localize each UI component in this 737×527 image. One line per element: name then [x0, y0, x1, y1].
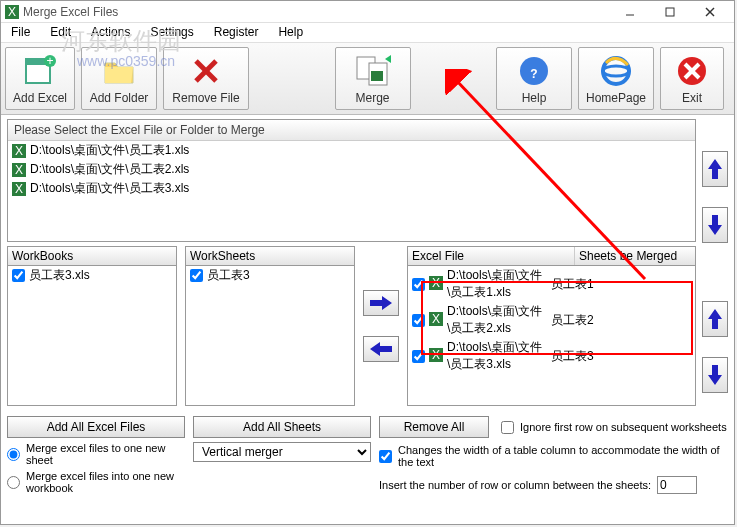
svg-text:X: X — [15, 163, 23, 177]
add-all-sheets-button[interactable]: Add All Sheets — [193, 416, 371, 438]
merge-row-checkbox[interactable] — [412, 350, 425, 363]
merge-list[interactable]: XD:\tools\桌面\文件\员工表1.xls 员工表1 XD:\tools\… — [407, 266, 696, 406]
workbooks-list[interactable]: 员工表3.xls — [7, 266, 177, 406]
add-to-merge-button[interactable] — [363, 290, 399, 316]
merge-row[interactable]: XD:\tools\桌面\文件\员工表1.xls 员工表1 — [408, 266, 695, 302]
worksheet-name: 员工表3 — [207, 267, 250, 284]
svg-text:X: X — [432, 276, 440, 290]
close-button[interactable] — [690, 1, 730, 23]
workbooks-header: WorkBooks — [7, 246, 177, 266]
ignore-first-row-label: Ignore first row on subsequent worksheet… — [520, 421, 727, 433]
svg-text:X: X — [15, 144, 23, 158]
row-insert-label: Insert the number of row or column betwe… — [379, 479, 651, 491]
excel-file-icon: X — [429, 312, 443, 329]
merge-file-path: D:\tools\桌面\文件\员工表1.xls — [447, 267, 547, 301]
remove-file-button[interactable]: Remove File — [163, 47, 249, 110]
worksheet-item[interactable]: 员工表3 — [186, 266, 354, 285]
file-row[interactable]: X D:\tools\桌面\文件\员工表2.xls — [8, 160, 695, 179]
svg-text:?: ? — [530, 67, 537, 81]
svg-rect-14 — [371, 71, 383, 81]
exit-button[interactable]: Exit — [660, 47, 724, 110]
excel-file-header: Excel File — [408, 247, 575, 265]
file-path: D:\tools\桌面\文件\员工表1.xls — [30, 142, 189, 159]
menu-actions[interactable]: Actions — [81, 23, 140, 42]
folder-icon — [101, 53, 137, 89]
change-width-checkbox[interactable] — [379, 450, 392, 463]
exit-label: Exit — [682, 91, 702, 105]
merge-sheet-name: 员工表2 — [551, 312, 691, 329]
maximize-button[interactable] — [650, 1, 690, 23]
workbook-checkbox[interactable] — [12, 269, 25, 282]
merge-sheet-name: 员工表3 — [551, 348, 691, 365]
ignore-first-row-row[interactable]: Ignore first row on subsequent worksheet… — [501, 421, 727, 434]
window-title: Merge Excel Files — [23, 5, 610, 19]
add-excel-label: Add Excel — [13, 91, 67, 105]
exit-icon — [674, 53, 710, 89]
add-all-excel-button[interactable]: Add All Excel Files — [7, 416, 185, 438]
worksheet-checkbox[interactable] — [190, 269, 203, 282]
add-excel-button[interactable]: + Add Excel — [5, 47, 75, 110]
file-list[interactable]: X D:\tools\桌面\文件\员工表1.xls X D:\tools\桌面\… — [8, 141, 695, 241]
excel-file-icon: X — [12, 182, 26, 196]
minimize-button[interactable] — [610, 1, 650, 23]
menu-file[interactable]: File — [1, 23, 40, 42]
file-path: D:\tools\桌面\文件\员工表2.xls — [30, 161, 189, 178]
excel-file-icon: X — [429, 276, 443, 293]
merge-row-checkbox[interactable] — [412, 314, 425, 327]
merge-one-workbook-radio[interactable] — [7, 476, 20, 489]
svg-text:X: X — [432, 312, 440, 326]
svg-text:X: X — [8, 5, 16, 19]
homepage-button[interactable]: HomePage — [578, 47, 654, 110]
merge-row-checkbox[interactable] — [412, 278, 425, 291]
file-section-label: Please Select the Excel File or Folder t… — [8, 120, 695, 141]
add-folder-label: Add Folder — [90, 91, 149, 105]
menu-settings[interactable]: Settings — [140, 23, 203, 42]
menu-edit[interactable]: Edit — [40, 23, 81, 42]
merge-panel: Excel File Sheets be Merged XD:\tools\桌面… — [407, 246, 696, 406]
move-merge-up-button[interactable] — [702, 301, 728, 337]
ignore-first-row-checkbox[interactable] — [501, 421, 514, 434]
workbook-item[interactable]: 员工表3.xls — [8, 266, 176, 285]
merge-sheet-name: 员工表1 — [551, 276, 691, 293]
workbooks-panel: WorkBooks 员工表3.xls — [7, 246, 177, 406]
toolbar: + Add Excel Add Folder Remove File Merge… — [1, 43, 734, 115]
excel-file-icon: X — [12, 163, 26, 177]
menubar: File Edit Actions Settings Register Help — [1, 23, 734, 43]
remove-x-icon — [188, 53, 224, 89]
file-row[interactable]: X D:\tools\桌面\文件\员工表3.xls — [8, 179, 695, 198]
move-file-up-button[interactable] — [702, 151, 728, 187]
help-icon: ? — [516, 53, 552, 89]
svg-rect-3 — [666, 8, 674, 16]
row-insert-input[interactable] — [657, 476, 697, 494]
merge-direction-select[interactable]: Vertical merger — [193, 442, 371, 462]
merge-button[interactable]: Merge — [335, 47, 411, 110]
move-merge-down-button[interactable] — [702, 357, 728, 393]
menu-register[interactable]: Register — [204, 23, 269, 42]
svg-text:+: + — [46, 54, 53, 68]
merge-one-sheet-radio-row[interactable]: Merge excel files to one new sheet — [7, 442, 185, 466]
add-folder-button[interactable]: Add Folder — [81, 47, 157, 110]
merge-row[interactable]: XD:\tools\桌面\文件\员工表2.xls 员工表2 — [408, 302, 695, 338]
change-width-row[interactable]: Changes the width of a table column to a… — [379, 444, 728, 468]
merge-one-workbook-radio-row[interactable]: Merge excel files into one new workbook — [7, 470, 185, 494]
worksheets-list[interactable]: 员工表3 — [185, 266, 355, 406]
merge-one-sheet-radio[interactable] — [7, 448, 20, 461]
help-button[interactable]: ? Help — [496, 47, 572, 110]
excel-file-icon: X — [429, 348, 443, 365]
file-row[interactable]: X D:\tools\桌面\文件\员工表1.xls — [8, 141, 695, 160]
homepage-label: HomePage — [586, 91, 646, 105]
remove-all-button[interactable]: Remove All — [379, 416, 489, 438]
svg-text:X: X — [15, 182, 23, 196]
merge-row[interactable]: XD:\tools\桌面\文件\员工表3.xls 员工表3 — [408, 338, 695, 374]
workbook-name: 员工表3.xls — [29, 267, 90, 284]
merge-file-path: D:\tools\桌面\文件\员工表3.xls — [447, 339, 547, 373]
remove-from-merge-button[interactable] — [363, 336, 399, 362]
excel-add-icon: + — [22, 53, 58, 89]
ie-icon — [598, 53, 634, 89]
help-label: Help — [522, 91, 547, 105]
merge-one-workbook-label: Merge excel files into one new workbook — [26, 470, 185, 494]
menu-help[interactable]: Help — [268, 23, 313, 42]
move-file-down-button[interactable] — [702, 207, 728, 243]
file-path: D:\tools\桌面\文件\员工表3.xls — [30, 180, 189, 197]
merge-icon — [355, 53, 391, 89]
